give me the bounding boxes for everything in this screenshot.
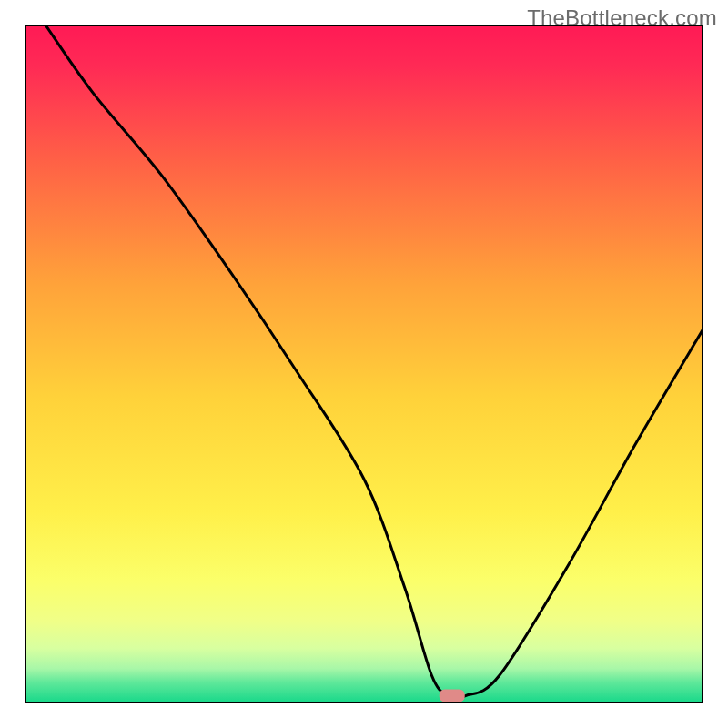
bottleneck-chart: TheBottleneck.com bbox=[0, 0, 728, 728]
watermark-label: TheBottleneck.com bbox=[527, 5, 717, 31]
chart-svg bbox=[0, 0, 728, 728]
plot-background bbox=[25, 25, 703, 703]
min-marker bbox=[440, 690, 465, 703]
